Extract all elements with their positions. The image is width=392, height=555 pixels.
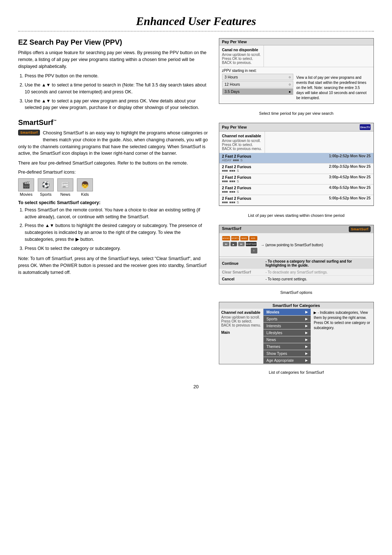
icon-kids: 👦 Kids [77, 178, 93, 197]
cat-news[interactable]: News ▶ [264, 336, 311, 343]
cat-interests[interactable]: Interests ▶ [264, 323, 311, 329]
arrow-interests: ▶ [305, 324, 308, 328]
zpv-list: 3 Hours ○ 12 Hours ○ 3.5 Days ● [222, 74, 294, 102]
ssc-channel-area: Channel not available Arrow up/down to s… [219, 309, 264, 364]
arrow-age: ▶ [305, 358, 308, 362]
ss-categories-box: SmartSurf for Categories Channel not ava… [219, 302, 374, 364]
program-header-4: 2 Fast 2 Furious 4:00p-5:52p Mon Nov 25 [222, 186, 371, 190]
ppv-logo: DirecTV [360, 124, 371, 130]
movies-btn[interactable]: MOVIES [222, 236, 230, 240]
ppv-right-side [264, 45, 373, 67]
ppv-channel-label: Canal no disponible [222, 48, 261, 52]
smartsurf-title: SmartSurf™ [18, 118, 208, 127]
sports-label: Sports [40, 192, 52, 197]
program-row-4[interactable]: 2 Fast 2 Furious 4:00p-5:52p Mon Nov 25 … [219, 185, 374, 195]
guide-btn[interactable]: ≡ [251, 248, 257, 254]
ppv-ch-not-avail: Channel not available Arrow up/down to s… [219, 131, 265, 153]
program-header-3: 2 Fast 2 Furious 3:00p-4:52p Mon Nov 25 [222, 175, 371, 179]
ez-search-intro: Philips offers a unique feature for sear… [18, 49, 208, 70]
ssc-ch-desc: Arrow up/down to scroll.Press OK to sele… [221, 315, 261, 327]
icon-movies: 🎬 Movies [18, 178, 34, 197]
cancel-desc: - To keep current settings. [266, 277, 371, 281]
cat-show-types[interactable]: Show Types ▶ [264, 350, 311, 357]
ss-step-1: Press SmartSurf on the remote control. Y… [25, 207, 208, 220]
main-label: Main [221, 330, 261, 335]
sports-btn[interactable]: SPORTS [231, 236, 239, 240]
ez-search-steps: Press the PPV button on the remote. Use … [18, 73, 208, 111]
ppv-program-list: 2 Fast 2 Furious 1:00p-2:52p Mon Nov 25 … [219, 153, 374, 206]
ppv-box-2-title: Pay Per View DirecTV [219, 123, 374, 131]
rew-btn[interactable]: ⏮ [223, 242, 229, 246]
smartsurf-section: SmartSurf™ SmartSurf Choosing SmartSurf … [18, 118, 208, 276]
page-number: 20 [18, 384, 374, 389]
continue-row[interactable]: Continue - To choose a category for chan… [219, 258, 374, 269]
icon-sports: ⚽ Sports [38, 178, 54, 197]
zpv-body: 3 Hours ○ 12 Hours ○ 3.5 Days ● [222, 74, 371, 102]
program-sub-5: ■■■■■■S [222, 200, 371, 204]
icon-news: 📰 News [57, 178, 73, 197]
movies-icon-img: 🎬 [18, 178, 34, 191]
ff-btn[interactable]: ⏭ [238, 242, 245, 246]
right-column: Pay Per View Canal no disponible Arrow u… [219, 38, 374, 377]
ppv-box-1-body: Canal no disponible Arrow up/down to scr… [219, 45, 374, 67]
page-container: Enhanced User Features EZ Search Pay Per… [0, 0, 392, 404]
page-title: Enhanced User Features [18, 15, 374, 28]
cat-sports[interactable]: Sports ▶ [264, 316, 311, 323]
cat-age-appropriate[interactable]: Age Appropriate ▶ [264, 357, 311, 364]
remote-cat-buttons: MOVIES SPORTS NEWS KIDS [222, 236, 257, 240]
program-row-2[interactable]: 2 Fast 2 Furious 2:00p-3:52p Mon Nov 25 … [219, 163, 374, 174]
program-header-5: 2 Fast 2 Furious 5:00p-6:52p Mon Nov 25 [222, 196, 371, 200]
ppv-channel-desc: Arrow up/down to scroll.Press OK to sele… [222, 53, 261, 65]
smartsurf-remote-btn[interactable]: SMARTSURF [246, 242, 257, 246]
zpv-item-3h[interactable]: 3 Hours ○ [222, 74, 294, 80]
ss-remote-area: MOVIES SPORTS NEWS KIDS ⏮ ▶ ⏭ SMARTSURF [219, 233, 374, 257]
cancel-row[interactable]: Cancel - To keep current settings. [219, 276, 374, 283]
ssc-categories: Movies ▶ Sports ▶ Interests ▶ Lifestyl [264, 309, 311, 364]
program-row-1[interactable]: 2 Fast 2 Furious 1:00p-2:52p Mon Nov 25 … [219, 153, 374, 163]
continue-desc: - To choose a category for channel surfi… [266, 259, 371, 267]
ez-step-2: Use the ▲▼ to select a time period to se… [25, 82, 208, 96]
cancel-label: Cancel [222, 277, 266, 281]
ez-step-1: Press the PPV button on the remote. [25, 73, 208, 80]
to-select-title: To select specific SmartSurf category: [18, 200, 208, 205]
program-header-2: 2 Fast 2 Furious 2:00p-3:52p Mon Nov 25 [222, 165, 371, 169]
ez-search-title: EZ Search Pay Per View (PPV) [18, 38, 208, 46]
cat-themes[interactable]: Themes ▶ [264, 343, 311, 350]
program-row-5[interactable]: 2 Fast 2 Furious 5:00p-6:52p Mon Nov 25 … [219, 195, 374, 206]
arrow-news: ▶ [305, 338, 308, 341]
smartsurf-intro: Choosing SmartSurf is an easy way to hig… [18, 130, 208, 156]
clear-ss-row[interactable]: Clear SmartSurf - To deactivate any Smar… [219, 269, 374, 276]
zpv-section: zPPV starting in next: 3 Hours ○ 12 Hour… [219, 67, 374, 104]
program-header-1: 2 Fast 2 Furious 1:00p-2:52p Mon Nov 25 [222, 154, 371, 158]
news-label: News [60, 192, 70, 197]
cat-movies[interactable]: Movies ▶ [264, 309, 311, 316]
ssc-right-desc: ▶ - Indicates subcategories, View them b… [311, 309, 373, 364]
left-column: EZ Search Pay Per View (PPV) Philips off… [18, 38, 208, 377]
ss-arrow-desc: → (arrow pointing to SmartSurf button) [261, 242, 371, 248]
arrow-movies: ▶ [305, 310, 308, 314]
ppv-box-1: Pay Per View Canal no disponible Arrow u… [219, 38, 374, 104]
ss-step-2: Press the ▲▼ buttons to highlight the de… [25, 222, 208, 243]
play-btn[interactable]: ▶ [230, 242, 237, 246]
remote-visual: MOVIES SPORTS NEWS KIDS ⏮ ▶ ⏭ SMARTSURF [222, 236, 257, 254]
icons-label: Pre-defined Smartsurf icons: [18, 170, 208, 175]
main-layout: EZ Search Pay Per View (PPV) Philips off… [18, 38, 374, 377]
ppv-ch-label: Channel not available [222, 134, 262, 138]
news-btn[interactable]: NEWS [240, 236, 248, 240]
smartsurf-para2: There are four pre-defined SmartSurf cat… [18, 160, 208, 167]
program-row-3[interactable]: 2 Fast 2 Furious 3:00p-4:52p Mon Nov 25 … [219, 174, 374, 185]
movies-label: Movies [20, 192, 33, 197]
ss-box-title: SmartSurf SmartSurf [219, 225, 374, 233]
ssc-ch-label: Channel not available [221, 310, 261, 315]
zpv-item-35d[interactable]: 3.5 Days ● [222, 88, 294, 95]
ss-caption: SmartSurf options [219, 290, 374, 295]
smartsurf-intro-area: SmartSurf Choosing SmartSurf is an easy … [18, 130, 208, 157]
program-sub-2: ■■■■■■S [222, 169, 371, 173]
kids-btn[interactable]: KIDS [249, 236, 257, 240]
ppv-box-2: Pay Per View DirecTV Channel not availab… [219, 123, 374, 206]
sports-icon-img: ⚽ [38, 178, 54, 191]
ppv-box-1-title: Pay Per View [219, 39, 374, 45]
cat-lifestyles[interactable]: Lifestyles ▶ [264, 329, 311, 336]
zpv-item-12h[interactable]: 12 Hours ○ [222, 81, 294, 88]
clear-label: Clear SmartSurf [222, 270, 266, 274]
